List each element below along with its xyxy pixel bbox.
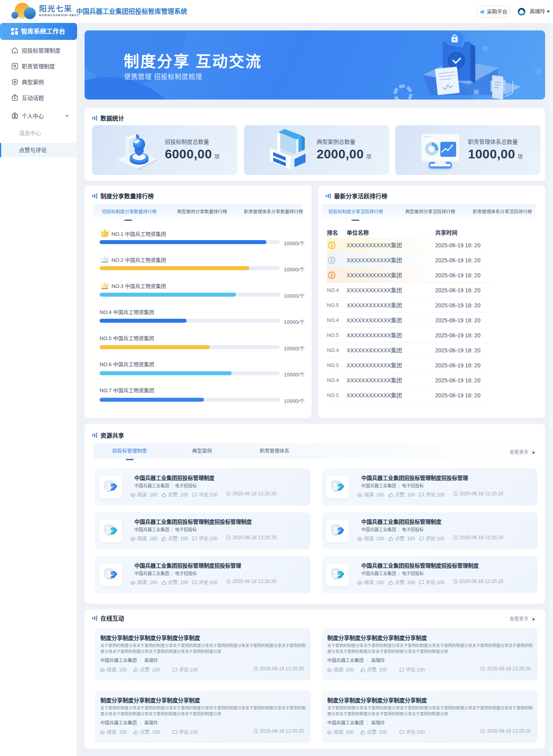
svg-text:1: 1 bbox=[330, 243, 333, 248]
svg-text:2: 2 bbox=[330, 258, 333, 263]
svg-text:3: 3 bbox=[330, 273, 333, 278]
